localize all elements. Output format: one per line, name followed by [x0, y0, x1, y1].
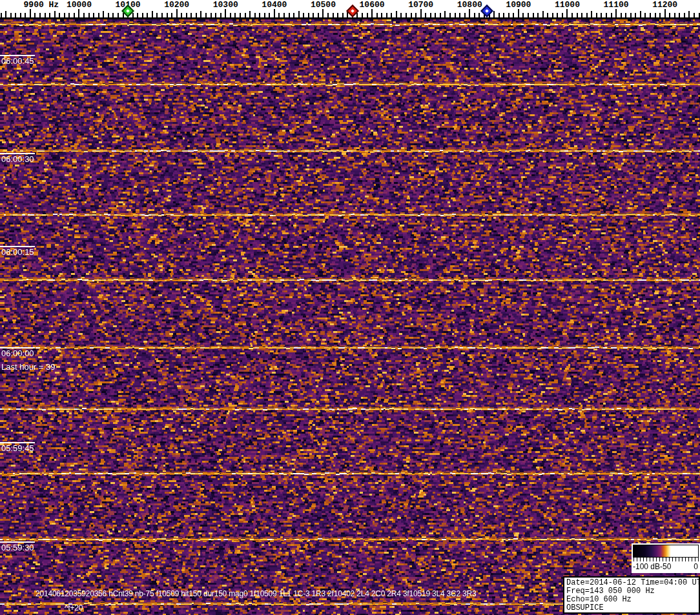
freq-tick-minor	[542, 11, 544, 17]
freq-tick-minor	[552, 13, 553, 17]
freq-tick-major	[469, 9, 470, 17]
colorbar-tick	[666, 557, 666, 561]
freq-tick-minor	[557, 13, 558, 17]
freq-tick-minor	[25, 13, 26, 17]
colorbar-tick	[646, 557, 647, 561]
colorbar-tick	[675, 557, 676, 561]
freq-tick-minor	[313, 13, 314, 17]
freq-tick-minor	[688, 11, 690, 17]
spectrogram-canvas	[0, 19, 700, 615]
freq-tick-minor	[190, 13, 192, 17]
freq-tick-minor	[230, 13, 231, 17]
freq-tick-minor	[15, 13, 16, 17]
colorbar-label-mid: -50	[660, 562, 671, 571]
freq-tick-minor	[103, 11, 104, 17]
freq-tick-major	[371, 9, 373, 17]
freq-tick-minor	[444, 11, 446, 17]
freq-tick-minor	[20, 13, 21, 17]
freq-tick-minor	[611, 13, 612, 17]
freq-tick-minor	[455, 13, 456, 17]
freq-axis-label: 11200	[652, 0, 677, 10]
freq-tick-minor	[503, 13, 504, 17]
marker-green-center-dot	[126, 9, 130, 13]
freq-axis-label: 10200	[164, 0, 189, 10]
freq-tick-minor	[493, 11, 495, 17]
freq-tick-minor	[635, 13, 636, 17]
colorbar-tick	[650, 557, 650, 561]
freq-tick-minor	[655, 13, 656, 17]
freq-tick-major	[664, 9, 666, 17]
freq-tick-minor	[674, 13, 675, 17]
marker-blue[interactable]	[480, 5, 493, 17]
colorbar-ticks	[633, 557, 699, 561]
colorbar-tick	[640, 557, 641, 561]
freq-tick-minor	[367, 13, 368, 17]
time-axis-label: 06:00:30	[1, 155, 34, 164]
freq-tick-minor	[132, 13, 134, 17]
freq-tick-minor	[264, 13, 265, 17]
corner-status-label: ^t+20	[65, 604, 83, 612]
freq-tick-minor	[200, 11, 201, 17]
freq-tick-minor	[64, 13, 65, 17]
colorbar-tick	[695, 557, 695, 561]
freq-tick-minor	[406, 13, 407, 17]
freq-tick-minor	[430, 13, 431, 17]
freq-tick-minor	[499, 13, 500, 17]
freq-tick-minor	[137, 13, 138, 17]
freq-tick-minor	[269, 13, 270, 17]
freq-tick-minor	[98, 13, 99, 17]
freq-tick-minor	[240, 13, 241, 17]
freq-tick-minor	[181, 13, 182, 17]
waterfall-display: Last hour = 39 20140612035920356 hCnt39 …	[0, 19, 700, 615]
freq-tick-minor	[167, 13, 168, 17]
freq-tick-minor	[49, 13, 50, 17]
freq-axis-label: 10700	[408, 0, 433, 10]
marker-red-center-dot	[351, 9, 355, 13]
freq-tick-minor	[254, 13, 256, 17]
freq-tick-minor	[479, 13, 480, 17]
freq-tick-minor	[108, 13, 109, 17]
freq-tick-minor	[630, 13, 632, 17]
freq-tick-minor	[211, 13, 212, 17]
colorbar-tick	[643, 557, 644, 561]
freq-tick-minor	[474, 13, 475, 17]
freq-tick-major	[78, 9, 79, 17]
freq-tick-minor	[391, 13, 392, 17]
freq-tick-minor	[298, 11, 300, 17]
station-info-box: Date=2014-06-12 Time=04:00 UTC Freq=143 …	[563, 576, 700, 614]
freq-tick-minor	[601, 13, 602, 17]
colorbar-tick	[653, 557, 654, 561]
freq-tick-minor	[381, 13, 382, 17]
freq-tick-major	[274, 9, 275, 17]
freq-tick-major	[176, 9, 178, 17]
freq-tick-minor	[679, 13, 680, 17]
colorbar-label-min: -100 dB	[633, 562, 660, 571]
colorbar-tick	[656, 557, 657, 561]
freq-tick-minor	[694, 13, 695, 17]
colorbar-tick	[637, 557, 637, 561]
freq-tick-minor	[528, 13, 529, 17]
freq-tick-minor	[74, 13, 75, 17]
freq-tick-minor	[293, 13, 294, 17]
freq-tick-minor	[156, 13, 158, 17]
freq-tick-minor	[83, 13, 85, 17]
freq-tick-minor	[586, 13, 588, 17]
freq-tick-minor	[278, 13, 280, 17]
time-axis-label: 06:00:00	[1, 349, 34, 358]
freq-tick-minor	[425, 13, 426, 17]
freq-tick-minor	[68, 13, 70, 17]
freq-tick-minor	[205, 13, 207, 17]
freq-tick-minor	[39, 13, 41, 17]
freq-tick-minor	[196, 13, 197, 17]
freq-tick-minor	[464, 13, 466, 17]
freq-tick-minor	[215, 13, 216, 17]
freq-axis-label: 10600	[360, 0, 385, 10]
freq-tick-minor	[327, 13, 329, 17]
freq-tick-minor	[112, 13, 114, 17]
freq-tick-minor	[356, 13, 358, 17]
freq-tick-minor	[669, 13, 670, 17]
freq-tick-minor	[259, 13, 260, 17]
freq-tick-minor	[435, 13, 436, 17]
colorbar-labels: -100 dB -50 0	[632, 562, 700, 572]
freq-tick-minor	[289, 13, 290, 17]
